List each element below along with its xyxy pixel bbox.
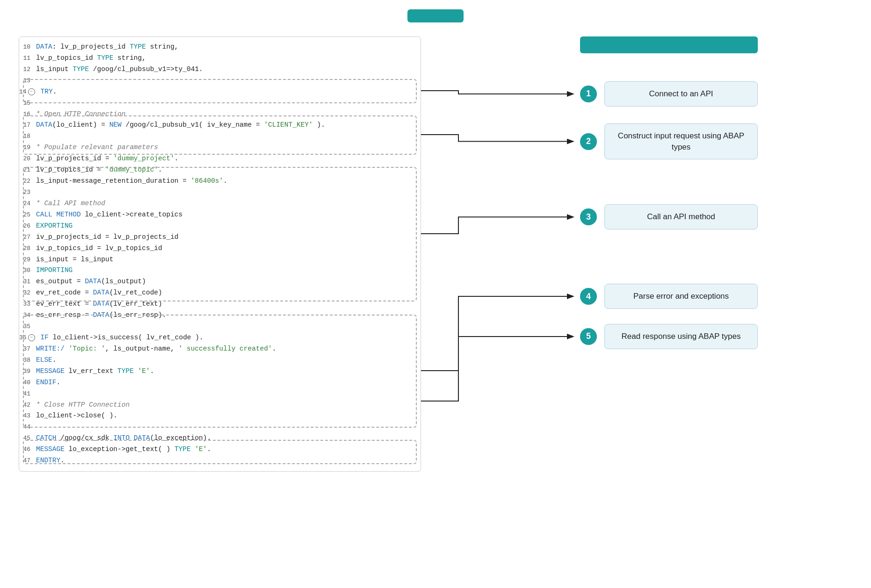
flow-panel: 1Connect to an API2Construct input reque…: [580, 36, 758, 357]
flow-number: 1: [580, 86, 597, 102]
code-token: '86400s': [191, 177, 224, 185]
line-content: ls_input TYPE /goog/cl_pubsub_v1=>ty_041…: [36, 64, 413, 75]
code-token: ).: [313, 121, 325, 129]
code-token: (lv_err_text): [109, 300, 162, 308]
code-lines-container: 10DATA: lv_p_projects_id TYPE string,11 …: [19, 42, 421, 466]
line-number: 14−: [19, 87, 41, 97]
code-token: (ls_output): [101, 278, 146, 285]
line-number: 33: [19, 299, 36, 309]
code-token: WRITE:/: [36, 345, 65, 352]
code-token: [130, 434, 134, 442]
code-line: 39 MESSAGE lv_err_text TYPE 'E'.: [19, 366, 421, 377]
interaction-flow-button[interactable]: [580, 36, 758, 53]
code-token: .: [57, 379, 61, 386]
sample-code-button[interactable]: [407, 9, 464, 22]
code-token: ev_err_text =: [36, 300, 93, 308]
flow-items: 1Connect to an API2Construct input reque…: [580, 67, 758, 357]
code-token: ELSE: [36, 356, 52, 364]
code-token: /goog/cl_pubsub_v1=>ty_041.: [89, 65, 203, 73]
line-number: 34: [19, 310, 36, 320]
code-token: TYPE: [130, 43, 146, 50]
code-line: 15: [19, 98, 421, 109]
code-line: 43 lo_client->close( ).: [19, 410, 421, 422]
code-token: * Call API method: [36, 200, 105, 207]
line-number: 30: [19, 265, 36, 275]
code-token: [65, 345, 69, 352]
code-line: 42* Close HTTP Connection: [19, 400, 421, 411]
line-content: * Call API method: [36, 198, 413, 209]
code-token: ' successfully created': [179, 345, 272, 352]
code-token: lv_p_topics_id =: [36, 166, 105, 173]
main-content: 10DATA: lv_p_projects_id TYPE string,11 …: [19, 36, 852, 472]
code-token: lo_client->create_topics: [81, 211, 183, 218]
code-line: 47ENDTRY.: [19, 455, 421, 466]
line-content: lo_client->close( ).: [36, 410, 413, 422]
code-token: .: [52, 356, 57, 364]
line-number: 26: [19, 221, 36, 231]
code-line: 16* Open HTTP Connection: [19, 109, 421, 120]
line-content: es_err_resp = DATA(ls_err_resp).: [36, 310, 413, 321]
line-number: 22: [19, 176, 36, 186]
code-line: 18: [19, 131, 421, 142]
code-token: .: [150, 367, 154, 375]
line-content: lv_p_topics_id TYPE string,: [36, 53, 413, 64]
flow-number: 3: [580, 208, 597, 225]
line-number: 31: [19, 277, 36, 287]
code-line: 14−TRY.: [19, 86, 421, 98]
line-content: ev_ret_code = DATA(lv_ret_code): [36, 287, 413, 299]
code-token: TRY: [41, 88, 53, 95]
code-token: : lv_p_projects_id: [52, 43, 130, 50]
code-line: 37 WRITE:/ 'Topic: ', ls_output-name, ' …: [19, 344, 421, 355]
code-line: 38 ELSE.: [19, 355, 421, 366]
code-panel: 10DATA: lv_p_projects_id TYPE string,11 …: [19, 36, 421, 472]
code-token: .: [53, 88, 57, 95]
line-number: 37: [19, 344, 36, 354]
flow-item: 1Connect to an API: [580, 81, 758, 107]
code-token: * Open HTTP Connection: [36, 110, 125, 118]
line-content: [36, 321, 413, 332]
line-number: 20: [19, 154, 36, 164]
code-token: 'E': [138, 367, 150, 375]
line-content: ELSE.: [36, 355, 413, 366]
collapse-circle-icon[interactable]: −: [28, 334, 35, 341]
code-token: MESSAGE: [36, 445, 65, 453]
code-line: 23: [19, 187, 421, 198]
line-number: 11: [19, 53, 36, 63]
flow-item: 4Parse error and exceptions: [580, 284, 758, 309]
code-line: 10DATA: lv_p_projects_id TYPE string,: [19, 42, 421, 53]
code-token: IMPORTING: [36, 266, 73, 274]
code-line: 36− IF lo_client->is_success( lv_ret_cod…: [19, 332, 421, 344]
flow-item: 3Call an API method: [580, 204, 758, 229]
code-token: ENDTRY: [36, 457, 60, 464]
code-line: 12 ls_input TYPE /goog/cl_pubsub_v1=>ty_…: [19, 64, 421, 75]
code-token: string,: [113, 54, 146, 62]
code-line: 41: [19, 388, 421, 400]
line-content: CATCH /goog/cx_sdk INTO DATA(lo_exceptio…: [36, 433, 413, 444]
code-line: 22 ls_input-message_retention_duration =…: [19, 176, 421, 187]
code-line: 32 ev_ret_code = DATA(lv_ret_code): [19, 287, 421, 299]
code-token: es_err_resp =: [36, 311, 93, 319]
line-number: 44: [19, 422, 36, 432]
collapse-circle-icon[interactable]: −: [28, 88, 35, 95]
code-token: lv_err_text: [65, 367, 117, 375]
code-token: MESSAGE: [36, 367, 65, 375]
code-token: iv_p_projects_id = lv_p_projects_id: [36, 233, 179, 241]
code-token: DATA: [93, 300, 109, 308]
flow-box: Construct input request using ABAP types: [604, 123, 758, 160]
code-line: 44: [19, 422, 421, 433]
code-token: [134, 367, 138, 375]
line-content: ENDTRY.: [36, 455, 413, 466]
code-line: 24* Call API method: [19, 198, 421, 209]
code-token: CATCH: [36, 434, 57, 442]
code-line: 35: [19, 321, 421, 332]
code-line: 25 CALL METHOD lo_client->create_topics: [19, 209, 421, 221]
code-token: IF: [41, 334, 49, 341]
line-number: 15: [19, 98, 36, 108]
code-token: lv_p_topics_id: [36, 54, 97, 62]
code-line: 28 iv_p_topics_id = lv_p_topics_id: [19, 243, 421, 254]
code-line: 26 EXPORTING: [19, 221, 421, 232]
line-number: 47: [19, 456, 36, 466]
line-content: [36, 422, 413, 433]
code-token: iv_p_topics_id = lv_p_topics_id: [36, 244, 162, 252]
line-content: es_output = DATA(ls_output): [36, 276, 413, 287]
